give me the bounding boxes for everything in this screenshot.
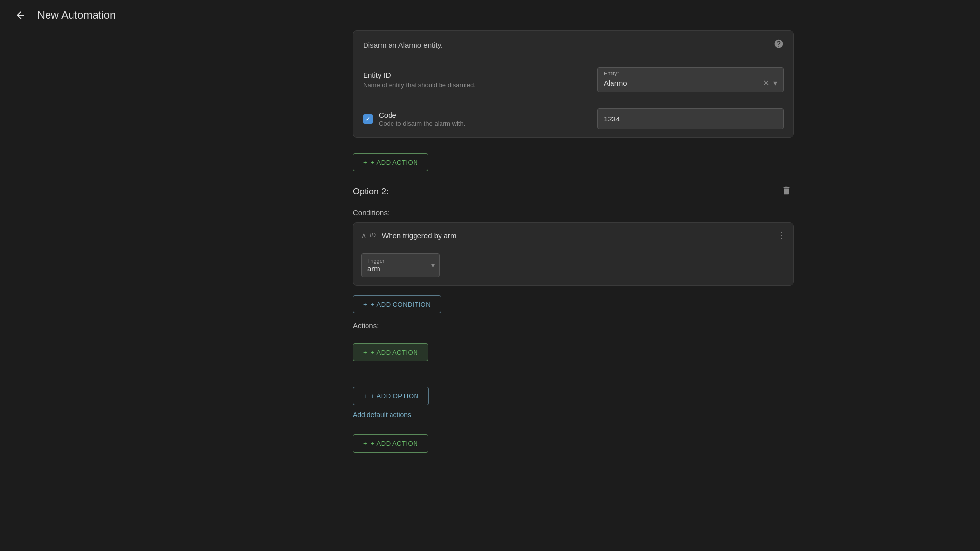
trigger-select-label: Trigger — [368, 258, 421, 264]
trigger-select-value: arm — [368, 264, 421, 273]
add-condition-plus-icon: + — [363, 301, 367, 308]
option2-title: Option 2: — [353, 187, 389, 197]
left-sidebar — [0, 30, 167, 551]
entity-id-label: Entity ID — [363, 71, 597, 79]
add-option-button[interactable]: + + ADD OPTION — [353, 387, 429, 405]
conditions-subtitle: Conditions: — [353, 208, 794, 216]
condition-label: When triggered by arm — [382, 231, 777, 240]
content-wrapper: Disarm an Alarmo entity. Entity ID Name … — [353, 30, 794, 551]
add-action-icon-1: + — [363, 159, 367, 166]
trigger-select[interactable]: Trigger arm ▾ — [361, 253, 440, 277]
condition-more-icon[interactable]: ⋮ — [777, 230, 785, 240]
code-checkbox[interactable]: ✓ — [363, 114, 373, 124]
add-condition-button[interactable]: + + ADD CONDITION — [353, 295, 441, 313]
page-container: New Automation Disarm an Alarmo entity. — [0, 0, 980, 551]
code-label-section: ✓ Code Code to disarm the alarm with. — [363, 111, 597, 127]
add-action-label-1: + ADD ACTION — [371, 159, 418, 166]
add-action-button-bottom[interactable]: + + ADD ACTION — [353, 434, 428, 453]
trigger-select-arrow-icon: ▾ — [431, 262, 435, 269]
add-default-actions-link[interactable]: Add default actions — [353, 411, 794, 419]
actions-subtitle: Actions: — [353, 321, 794, 330]
add-condition-label: + ADD CONDITION — [371, 301, 431, 308]
disarm-card: Disarm an Alarmo entity. Entity ID Name … — [353, 30, 794, 138]
trigger-select-inner[interactable]: Trigger arm — [361, 253, 440, 277]
disarm-description: Disarm an Alarmo entity. — [363, 41, 442, 49]
add-option-plus-icon: + — [363, 392, 367, 400]
condition-id-badge: ID — [370, 232, 376, 239]
add-option-wrapper: + + ADD OPTION — [353, 379, 794, 409]
add-action-label-2: + ADD ACTION — [371, 349, 418, 356]
code-row: ✓ Code Code to disarm the alarm with. — [353, 100, 793, 137]
layout-row: Disarm an Alarmo entity. Entity ID Name … — [0, 30, 980, 551]
entity-clear-icon[interactable]: ✕ — [763, 78, 769, 88]
condition-header[interactable]: ∧ ID When triggered by arm ⋮ — [353, 223, 793, 247]
entity-input-section: Entity* Alarmo ✕ ▾ — [597, 67, 784, 92]
entity-input-label: Entity* — [604, 71, 619, 76]
page-title: New Automation — [37, 9, 116, 22]
condition-card: ∧ ID When triggered by arm ⋮ Trigger arm — [353, 222, 794, 286]
main-content: Disarm an Alarmo entity. Entity ID Name … — [167, 30, 980, 551]
code-sublabel: Code to disarm the alarm with. — [379, 120, 465, 127]
entity-dropdown-icon[interactable]: ▾ — [773, 78, 777, 88]
code-label: Code — [379, 111, 465, 119]
option2-section: Option 2: Conditions: ∧ ID — [353, 179, 794, 419]
entity-id-row: Entity ID Name of entity that should be … — [353, 59, 793, 100]
disarm-header: Disarm an Alarmo entity. — [353, 31, 793, 59]
option2-header: Option 2: — [353, 179, 794, 204]
code-input[interactable] — [597, 108, 784, 129]
top-bar: New Automation — [0, 0, 980, 30]
add-option-label: + ADD OPTION — [371, 392, 418, 400]
delete-option2-icon[interactable] — [779, 183, 794, 200]
entity-label-section: Entity ID Name of entity that should be … — [363, 71, 597, 89]
back-button[interactable] — [12, 6, 29, 24]
entity-id-sublabel: Name of entity that should be disarmed. — [363, 81, 597, 89]
checkbox-check-icon: ✓ — [365, 115, 371, 123]
add-action-icon-2: + — [363, 349, 367, 356]
add-action-button-1[interactable]: + + ADD ACTION — [353, 153, 428, 171]
add-action-label-bottom: + ADD ACTION — [371, 440, 418, 447]
entity-input-wrapper[interactable]: Entity* Alarmo ✕ ▾ — [597, 67, 784, 92]
code-label-texts: Code Code to disarm the alarm with. — [379, 111, 465, 127]
condition-chevron-icon: ∧ — [361, 231, 366, 239]
entity-input-content: Entity* Alarmo — [604, 72, 627, 87]
add-action-icon-bottom: + — [363, 440, 367, 447]
condition-body: Trigger arm ▾ — [353, 247, 793, 285]
help-icon[interactable] — [774, 39, 784, 51]
add-action-button-2[interactable]: + + ADD ACTION — [353, 343, 428, 361]
entity-input-actions: ✕ ▾ — [763, 72, 777, 88]
